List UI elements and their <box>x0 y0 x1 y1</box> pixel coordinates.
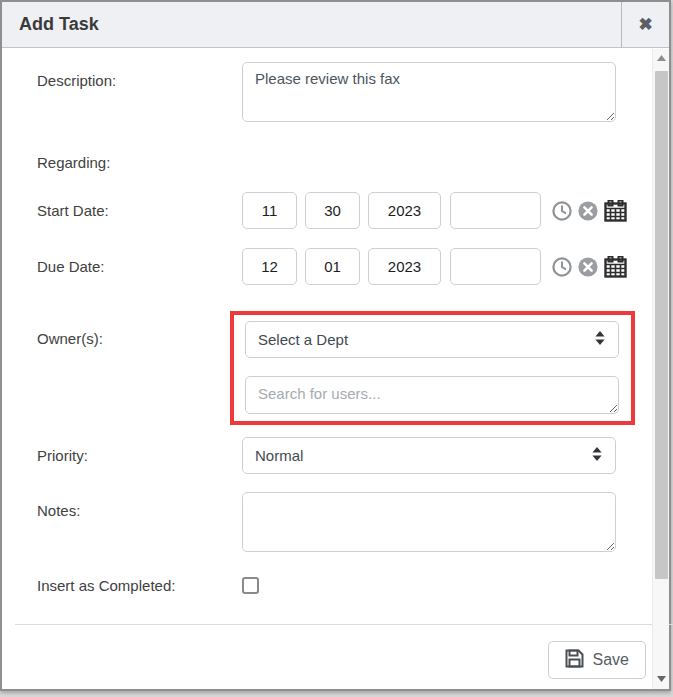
insert-completed-row: Insert as Completed: <box>2 577 652 594</box>
due-date-year-input[interactable] <box>368 248 441 285</box>
priority-select[interactable]: Normal <box>242 437 616 474</box>
chevron-updown-icon <box>594 330 606 349</box>
close-button[interactable]: ✖ <box>621 2 669 47</box>
dept-select-value: Select a Dept <box>258 331 594 348</box>
priority-select-value: Normal <box>255 447 591 464</box>
due-date-clear-icon[interactable] <box>578 257 598 277</box>
due-date-time-input[interactable] <box>450 248 541 285</box>
start-date-month-input[interactable] <box>242 192 297 229</box>
notes-input[interactable] <box>242 492 616 552</box>
save-button-label: Save <box>593 651 629 669</box>
due-date-clock-icon[interactable] <box>552 257 572 277</box>
due-date-row: Due Date: <box>2 248 652 285</box>
dialog-footer: Save <box>15 624 673 689</box>
due-date-calendar-icon[interactable] <box>604 256 627 278</box>
notes-label: Notes: <box>2 492 242 556</box>
description-input[interactable]: Please review this fax <box>242 62 616 122</box>
priority-label: Priority: <box>2 447 242 464</box>
start-date-clear-icon[interactable] <box>578 201 598 221</box>
insert-completed-checkbox[interactable] <box>242 577 259 594</box>
dialog-title: Add Task <box>2 2 621 47</box>
description-label: Description: <box>2 62 242 126</box>
description-row: Description: Please review this fax <box>2 62 652 126</box>
start-date-year-input[interactable] <box>368 192 441 229</box>
save-button[interactable]: Save <box>548 641 646 679</box>
dialog-header: Add Task ✖ <box>2 2 669 48</box>
scroll-up-arrow-icon[interactable] <box>653 49 669 66</box>
add-task-dialog: Add Task ✖ Description: Please review th… <box>0 0 671 691</box>
start-date-label: Start Date: <box>2 202 242 219</box>
owners-highlight-box: Select a Dept <box>230 311 635 425</box>
regarding-label: Regarding: <box>2 154 242 171</box>
regarding-row: Regarding: <box>2 154 652 171</box>
save-icon <box>565 649 584 672</box>
start-date-time-input[interactable] <box>450 192 541 229</box>
vertical-scrollbar[interactable] <box>652 49 669 689</box>
due-date-month-input[interactable] <box>242 248 297 285</box>
scrollbar-thumb[interactable] <box>655 71 668 579</box>
owners-label: Owner(s): <box>2 311 242 425</box>
due-date-label: Due Date: <box>2 258 242 275</box>
due-date-day-input[interactable] <box>305 248 360 285</box>
start-date-calendar-icon[interactable] <box>604 200 627 222</box>
close-icon: ✖ <box>638 14 652 35</box>
owners-row: Owner(s): Select a Dept <box>2 311 652 425</box>
user-search-input[interactable] <box>245 376 619 414</box>
chevron-updown-icon <box>591 446 603 465</box>
priority-row: Priority: Normal <box>2 437 652 474</box>
notes-row: Notes: <box>2 492 652 556</box>
start-date-day-input[interactable] <box>305 192 360 229</box>
start-date-clock-icon[interactable] <box>552 201 572 221</box>
start-date-row: Start Date: <box>2 192 652 229</box>
insert-completed-label: Insert as Completed: <box>2 577 242 594</box>
scroll-down-arrow-icon[interactable] <box>653 670 670 687</box>
dept-select[interactable]: Select a Dept <box>245 321 619 358</box>
